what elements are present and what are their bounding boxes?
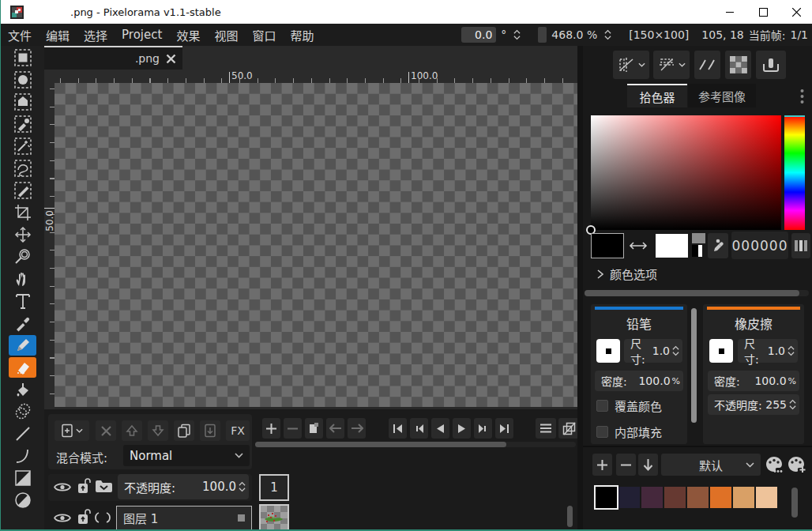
palette-swatch-1[interactable] xyxy=(618,487,640,508)
tool-polygon-select-button[interactable] xyxy=(9,92,36,112)
rotation-input[interactable]: 0.0 xyxy=(461,27,496,43)
layer-visibility-icon[interactable] xyxy=(53,480,72,494)
palette-swatch-4[interactable] xyxy=(687,487,709,508)
tool-eraser-button[interactable] xyxy=(9,357,36,378)
play-backwards-button[interactable] xyxy=(431,418,449,439)
frame-cell[interactable]: 1 xyxy=(259,474,289,501)
layer1-visibility-icon[interactable] xyxy=(53,511,72,525)
minimize-button[interactable] xyxy=(713,0,746,24)
overwrite-color-checkbox[interactable]: 覆盖颜色 xyxy=(596,397,662,414)
maximize-button[interactable] xyxy=(746,0,780,24)
menu-select[interactable]: 选择 xyxy=(77,24,115,46)
palette-scrollbar-thumb[interactable] xyxy=(791,488,798,518)
timeline-hscrollbar-thumb[interactable] xyxy=(255,442,506,447)
move-layer-up-button[interactable] xyxy=(122,420,142,441)
checkbox-icon[interactable] xyxy=(596,400,608,412)
layer-drag-handle[interactable] xyxy=(238,514,245,522)
go-last-frame-button[interactable] xyxy=(495,418,513,439)
zoom-value[interactable]: 468.0 % xyxy=(551,28,597,41)
pencil-brush-button[interactable] xyxy=(596,339,620,363)
tab-close-icon[interactable] xyxy=(166,54,176,64)
tab-color-picker[interactable]: 拾色器 xyxy=(627,84,687,107)
tool-zoom-button[interactable] xyxy=(9,247,36,267)
palette-swatch-0[interactable] xyxy=(596,487,617,508)
edit-palette-button[interactable] xyxy=(765,454,785,476)
sort-palette-button[interactable] xyxy=(638,454,658,476)
tool-ellipse-button[interactable] xyxy=(9,490,36,510)
previous-frame-button[interactable] xyxy=(410,418,428,439)
go-first-frame-button[interactable] xyxy=(389,418,407,439)
mirror-vertical-button[interactable] xyxy=(653,51,690,79)
onion-skinning-button[interactable] xyxy=(558,418,579,439)
tool-line-button[interactable] xyxy=(9,424,36,444)
move-layer-down-button[interactable] xyxy=(148,420,168,441)
dynamics-button[interactable] xyxy=(756,51,786,79)
pixel-perfect-button[interactable] xyxy=(694,51,720,79)
eraser-density-spinbox[interactable]: 密度: 100.0 % xyxy=(708,371,799,391)
mirror-horizontal-button[interactable] xyxy=(613,51,649,79)
eraser-brush-button[interactable] xyxy=(709,339,733,363)
remove-frame-button[interactable] xyxy=(284,418,302,439)
remove-palette-color-button[interactable] xyxy=(616,454,636,476)
move-frame-left-button[interactable] xyxy=(326,418,344,439)
tool-paint-select-button[interactable] xyxy=(9,180,36,201)
menu-help[interactable]: 帮助 xyxy=(283,24,321,46)
colorpicker-hscrollbar-thumb[interactable] xyxy=(585,290,799,296)
eraser-opacity-spinbox[interactable]: 不透明度: 255 xyxy=(708,394,799,415)
tab-reference-images[interactable]: 参考图像 xyxy=(688,84,756,107)
layer-name-box[interactable]: 图层 1 xyxy=(116,506,252,530)
drawing-canvas[interactable] xyxy=(55,83,577,407)
alpha-lock-button[interactable] xyxy=(725,51,751,79)
tool-rectangle-button[interactable] xyxy=(9,468,36,488)
palette-select-dropdown[interactable]: 默认 xyxy=(661,454,761,476)
hex-color-input[interactable]: 000000 xyxy=(731,232,788,259)
tool-crop-button[interactable] xyxy=(9,202,36,223)
tool-move-button[interactable] xyxy=(9,224,36,245)
swap-colors-icon[interactable] xyxy=(627,241,649,250)
layer1-lock-icon[interactable] xyxy=(77,509,91,525)
tool-lasso-button[interactable] xyxy=(9,158,36,179)
tool-color-select-button[interactable] xyxy=(9,114,36,134)
palette-swatch-6[interactable] xyxy=(733,487,754,508)
new-palette-button[interactable] xyxy=(787,454,807,476)
tool-color-picker-button[interactable] xyxy=(9,313,36,333)
pencil-density-spinbox[interactable]: 密度: 100.0 % xyxy=(595,371,683,391)
panel-menu-icon[interactable] xyxy=(800,88,804,104)
hue-cursor[interactable] xyxy=(784,115,805,117)
colorpicker-hscrollbar[interactable] xyxy=(585,290,809,296)
palette-swatch-3[interactable] xyxy=(664,487,686,508)
layer-fx-button[interactable]: FX xyxy=(226,420,250,441)
default-colors-bw-icon[interactable] xyxy=(692,245,702,257)
tool-text-button[interactable] xyxy=(9,291,36,311)
rotation-spinner[interactable] xyxy=(513,28,521,41)
saturation-value-square[interactable] xyxy=(591,115,781,230)
tool-magic-wand-button[interactable] xyxy=(9,136,36,156)
timeline-vscrollbar-thumb[interactable] xyxy=(567,506,573,527)
timeline-hscrollbar[interactable] xyxy=(255,442,576,447)
zoom-spinner[interactable] xyxy=(604,28,611,41)
menu-window[interactable]: 窗口 xyxy=(245,24,283,46)
layer-lock-icon[interactable] xyxy=(77,478,91,495)
left-color-swatch[interactable] xyxy=(591,233,624,258)
checkbox-icon[interactable] xyxy=(596,426,608,438)
merge-layer-button[interactable] xyxy=(200,420,220,441)
next-frame-button[interactable] xyxy=(474,418,492,439)
add-layer-button[interactable] xyxy=(55,420,89,441)
menu-view[interactable]: 视图 xyxy=(207,24,245,46)
layer-opacity-spinbox[interactable]: 不透明度: 100.0 xyxy=(118,474,249,499)
menu-edit[interactable]: 编辑 xyxy=(39,24,77,46)
tool-ellipse-select-button[interactable] xyxy=(9,70,36,90)
clone-layer-button[interactable] xyxy=(174,420,194,441)
horizontal-ruler[interactable]: 50.0 100.0 xyxy=(55,70,577,83)
right-color-swatch[interactable] xyxy=(656,234,688,258)
tool-options-scrollbar-thumb[interactable] xyxy=(691,308,697,423)
play-button[interactable] xyxy=(453,418,471,439)
close-button[interactable] xyxy=(780,0,812,24)
menu-project[interactable]: Project xyxy=(115,24,169,46)
clone-frame-button[interactable] xyxy=(305,418,323,439)
tool-pan-button[interactable] xyxy=(9,269,36,289)
palette-swatch-2[interactable] xyxy=(641,487,663,508)
add-frame-button[interactable] xyxy=(262,418,280,439)
move-frame-right-button[interactable] xyxy=(348,418,366,439)
cel-thumbnail-cell[interactable] xyxy=(259,504,289,531)
